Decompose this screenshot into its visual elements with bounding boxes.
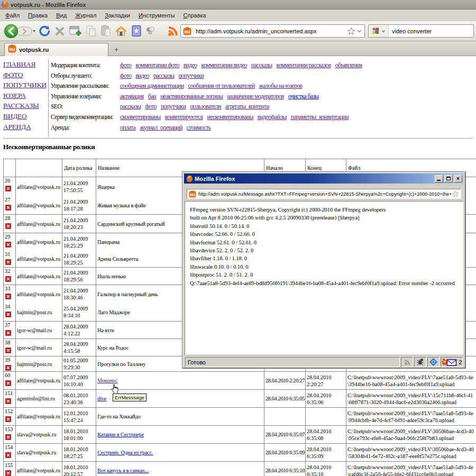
nav-link[interactable]: комментарии рассказов bbox=[276, 62, 331, 68]
nav-link[interactable]: активация bbox=[120, 93, 144, 99]
popup-star-icon[interactable] bbox=[452, 190, 461, 197]
home-button[interactable] bbox=[113, 25, 129, 38]
nav-link[interactable]: объявления bbox=[335, 62, 362, 68]
menu-правка[interactable]: Правка bbox=[24, 11, 52, 20]
dropdown-arrow-icon[interactable] bbox=[355, 27, 363, 35]
url-text[interactable]: http://adm.votpusk.ru/admin_unconverted.… bbox=[194, 28, 345, 34]
bookmark-star-zone[interactable] bbox=[345, 27, 364, 35]
nav-link[interactable]: жалобы на юзеров bbox=[259, 83, 303, 89]
nav-link[interactable]: оплата bbox=[120, 124, 135, 131]
delete-icon[interactable] bbox=[5, 347, 11, 353]
search-text[interactable]: video converter bbox=[389, 28, 432, 34]
menu-вид[interactable]: Вид bbox=[52, 11, 71, 20]
delete-icon[interactable] bbox=[5, 223, 11, 229]
nav-link[interactable]: пользователи bbox=[190, 103, 221, 109]
nav-link[interactable]: видео bbox=[184, 62, 197, 68]
popup-url-bar[interactable]: RU http://adm.votpusk.ru/Message.ashx?TX… bbox=[187, 189, 461, 199]
menu-инструменты[interactable]: Инструменты bbox=[134, 11, 179, 20]
delete-icon[interactable] bbox=[5, 330, 11, 336]
nav-link[interactable]: неактивированные логины bbox=[160, 93, 223, 99]
nav-link[interactable]: фото bbox=[145, 103, 156, 109]
nav-link[interactable]: сконвертированы bbox=[120, 114, 161, 120]
nav-link[interactable]: попутчики bbox=[178, 72, 204, 79]
search-bar[interactable]: video converter bbox=[368, 24, 474, 38]
main-nav-link[interactable]: ЮЗЕРА bbox=[3, 90, 48, 101]
delete-icon[interactable] bbox=[5, 380, 11, 386]
stop-button[interactable] bbox=[53, 26, 67, 36]
delete-icon[interactable] bbox=[5, 312, 11, 317]
geo-status-icon[interactable] bbox=[427, 357, 440, 367]
delete-icon[interactable] bbox=[5, 276, 11, 282]
popup-window[interactable]: Mozilla Firefox × RU http://adm.votpusk.… bbox=[182, 171, 466, 369]
delete-icon[interactable] bbox=[5, 398, 11, 404]
popup-url-text[interactable]: http://adm.votpusk.ru/Message.ashx?TXT=F… bbox=[196, 191, 452, 197]
rss-status-icon[interactable] bbox=[401, 357, 413, 367]
menu-закладки[interactable]: Закладки bbox=[100, 11, 134, 20]
main-nav-link[interactable]: ВИДЕО bbox=[3, 111, 48, 122]
url-bar[interactable]: RU http://adm.votpusk.ru/admin_unconvert… bbox=[180, 24, 365, 38]
nav-link[interactable]: рассказы bbox=[153, 72, 174, 79]
delete-icon[interactable] bbox=[5, 452, 11, 458]
nav-link[interactable]: комментарии видео bbox=[201, 62, 247, 68]
video-link[interactable]: Миконос bbox=[97, 378, 117, 383]
video-link[interactable]: Вот качусь я в санках... bbox=[97, 468, 149, 473]
main-nav-link[interactable]: ПОПУТЧИКИ bbox=[3, 80, 48, 90]
delete-icon[interactable] bbox=[5, 186, 11, 191]
main-nav-link[interactable]: РАССКАЗЫ bbox=[3, 100, 48, 111]
rss-button[interactable] bbox=[165, 25, 181, 38]
maximize-button[interactable] bbox=[444, 175, 453, 182]
tab-votpusk[interactable]: RU votpusk.ru bbox=[4, 43, 108, 56]
main-title-bar[interactable]: votpusk.ru - Mozilla Firefox bbox=[0, 0, 476, 10]
nav-link[interactable]: конвертируются bbox=[165, 114, 203, 120]
nav-link[interactable]: несконвертированы bbox=[207, 114, 253, 120]
nav-link[interactable]: фото bbox=[120, 72, 131, 79]
new-tab-button[interactable]: + bbox=[109, 44, 123, 54]
minimize-button[interactable] bbox=[435, 175, 443, 182]
main-nav-link[interactable]: ГЛАВНАЯ bbox=[3, 59, 48, 70]
delete-icon[interactable] bbox=[5, 294, 11, 299]
video-link[interactable]: Сестриер. Одна из трасс. bbox=[97, 450, 153, 455]
nav-link[interactable]: назначение модераторов bbox=[227, 93, 283, 99]
nav-link[interactable]: сообщения от пользователей bbox=[188, 83, 255, 89]
delete-icon[interactable] bbox=[5, 416, 11, 422]
nav-link[interactable]: сообщения администрации bbox=[120, 83, 184, 89]
popup-title-bar[interactable]: Mozilla Firefox × bbox=[184, 173, 464, 184]
nav-link[interactable]: видеофайлы bbox=[258, 114, 287, 120]
bookmarks-button[interactable] bbox=[129, 24, 144, 38]
delete-icon[interactable] bbox=[5, 434, 11, 440]
new-window-button[interactable] bbox=[67, 24, 84, 38]
nav-link[interactable]: попутчики bbox=[161, 103, 186, 109]
addons-button[interactable] bbox=[144, 25, 157, 37]
nav-link[interactable]: видео bbox=[135, 72, 149, 79]
search-engine-zone[interactable] bbox=[369, 25, 389, 37]
delete-icon[interactable] bbox=[5, 470, 11, 476]
paste-button[interactable] bbox=[98, 24, 113, 38]
menu-журнал[interactable]: Журнал bbox=[71, 11, 100, 20]
menu-справка[interactable]: Справка bbox=[179, 11, 210, 20]
video-link[interactable]: dive bbox=[97, 396, 106, 401]
nav-link[interactable]: стоимость bbox=[187, 124, 211, 131]
nav-link[interactable]: комментарии фото bbox=[135, 62, 179, 68]
delete-icon[interactable] bbox=[5, 205, 11, 210]
main-nav-link[interactable]: АРЕНДА bbox=[3, 122, 48, 132]
nav-link[interactable]: фото bbox=[120, 62, 131, 68]
delete-icon[interactable] bbox=[5, 365, 11, 371]
nav-link[interactable]: рассказы bbox=[120, 103, 141, 109]
delete-icon[interactable] bbox=[5, 259, 11, 265]
nav-link[interactable]: журнал_операций bbox=[140, 124, 182, 131]
back-button[interactable] bbox=[3, 23, 36, 39]
bug-status-icon[interactable] bbox=[414, 357, 426, 367]
nav-link[interactable]: агрегаты_контента bbox=[225, 103, 269, 109]
delete-icon[interactable] bbox=[5, 242, 11, 248]
mail-status-icon[interactable]: 2 bbox=[441, 357, 463, 367]
copy-button[interactable] bbox=[84, 24, 98, 38]
menu-файл[interactable]: Файл bbox=[1, 11, 24, 20]
close-button[interactable]: × bbox=[454, 175, 462, 182]
reload-button[interactable] bbox=[36, 25, 53, 38]
nav-link[interactable]: параметры_конвертации bbox=[291, 114, 349, 120]
main-nav-link[interactable]: ФОТО bbox=[3, 70, 48, 80]
nav-link[interactable]: очистка базы bbox=[288, 93, 319, 99]
video-link[interactable]: Катание в Сестриере bbox=[97, 432, 144, 437]
nav-link[interactable]: рассказы bbox=[251, 62, 272, 68]
nav-link[interactable]: бан bbox=[148, 93, 156, 99]
